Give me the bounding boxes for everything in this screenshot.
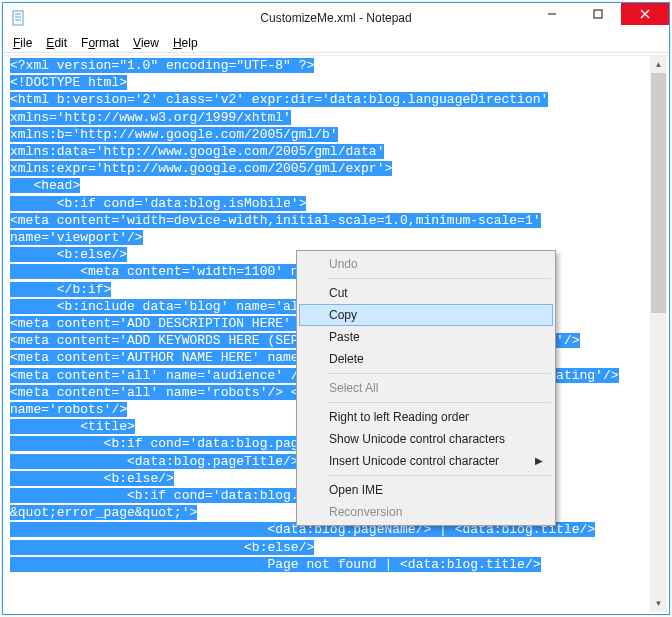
menu-help[interactable]: Help xyxy=(167,35,204,51)
editor-line: <?xml version="1.0" encoding="UTF-8" ?> xyxy=(10,57,666,74)
context-menu: Undo Cut Copy Paste Delete Select All Ri… xyxy=(296,250,556,526)
scroll-up-button[interactable]: ▲ xyxy=(650,56,667,73)
minimize-button[interactable] xyxy=(529,3,575,25)
scroll-down-button[interactable]: ▼ xyxy=(650,595,667,612)
ctx-separator xyxy=(327,475,551,476)
window-controls xyxy=(529,3,669,25)
ctx-insert-unicode[interactable]: Insert Unicode control character▶ xyxy=(299,450,553,472)
menubar: File Edit Format View Help xyxy=(3,33,669,53)
menu-file[interactable]: File xyxy=(7,35,38,51)
notepad-window: CustomizeMe.xml - Notepad File Edit Form… xyxy=(2,2,670,615)
editor-line: name='viewport'/> xyxy=(10,229,666,246)
titlebar[interactable]: CustomizeMe.xml - Notepad xyxy=(3,3,669,33)
editor-line: xmlns='http://www.w3.org/1999/xhtml' xyxy=(10,109,666,126)
editor-line: xmlns:b='http://www.google.com/2005/gml/… xyxy=(10,126,666,143)
ctx-undo-label: Undo xyxy=(329,257,358,271)
ctx-show-unicode-label: Show Unicode control characters xyxy=(329,432,505,446)
editor-line: <!DOCTYPE html> xyxy=(10,74,666,91)
ctx-undo[interactable]: Undo xyxy=(299,253,553,275)
close-button[interactable] xyxy=(621,3,669,25)
app-icon xyxy=(11,10,27,26)
ctx-reconversion[interactable]: Reconversion xyxy=(299,501,553,523)
ctx-select-all-label: Select All xyxy=(329,381,378,395)
menu-format[interactable]: Format xyxy=(75,35,125,51)
ctx-open-ime[interactable]: Open IME xyxy=(299,479,553,501)
ctx-paste-label: Paste xyxy=(329,330,360,344)
window-title: CustomizeMe.xml - Notepad xyxy=(260,11,411,25)
ctx-reconversion-label: Reconversion xyxy=(329,505,402,519)
editor-line: <b:else/> xyxy=(10,539,666,556)
submenu-arrow-icon: ▶ xyxy=(535,455,543,466)
ctx-separator xyxy=(327,402,551,403)
ctx-delete[interactable]: Delete xyxy=(299,348,553,370)
ctx-select-all[interactable]: Select All xyxy=(299,377,553,399)
ctx-copy-label: Copy xyxy=(329,308,357,322)
maximize-button[interactable] xyxy=(575,3,621,25)
ctx-copy[interactable]: Copy xyxy=(299,304,553,326)
ctx-rtl-label: Right to left Reading order xyxy=(329,410,469,424)
ctx-insert-unicode-label: Insert Unicode control character xyxy=(329,454,499,468)
ctx-separator xyxy=(327,278,551,279)
svg-rect-0 xyxy=(13,11,23,25)
scroll-track[interactable] xyxy=(650,73,667,595)
editor-line: <b:if cond='data:blog.isMobile'> xyxy=(10,195,666,212)
ctx-cut[interactable]: Cut xyxy=(299,282,553,304)
ctx-cut-label: Cut xyxy=(329,286,348,300)
editor-line: <meta content='width=device-width,initia… xyxy=(10,212,666,229)
ctx-show-unicode[interactable]: Show Unicode control characters xyxy=(299,428,553,450)
scroll-thumb[interactable] xyxy=(651,73,666,313)
ctx-rtl[interactable]: Right to left Reading order xyxy=(299,406,553,428)
menu-edit[interactable]: Edit xyxy=(40,35,73,51)
svg-rect-5 xyxy=(594,10,602,18)
editor-line: Page not found | <data:blog.title/> xyxy=(10,556,666,573)
menu-view[interactable]: View xyxy=(127,35,165,51)
editor-line: <head> xyxy=(10,177,666,194)
ctx-paste[interactable]: Paste xyxy=(299,326,553,348)
ctx-separator xyxy=(327,373,551,374)
editor-line: xmlns:data='http://www.google.com/2005/g… xyxy=(10,143,666,160)
ctx-open-ime-label: Open IME xyxy=(329,483,383,497)
editor-line: <html b:version='2' class='v2' expr:dir=… xyxy=(10,91,666,108)
editor-line: xmlns:expr='http://www.google.com/2005/g… xyxy=(10,160,666,177)
ctx-delete-label: Delete xyxy=(329,352,364,366)
vertical-scrollbar[interactable]: ▲ ▼ xyxy=(650,56,667,612)
